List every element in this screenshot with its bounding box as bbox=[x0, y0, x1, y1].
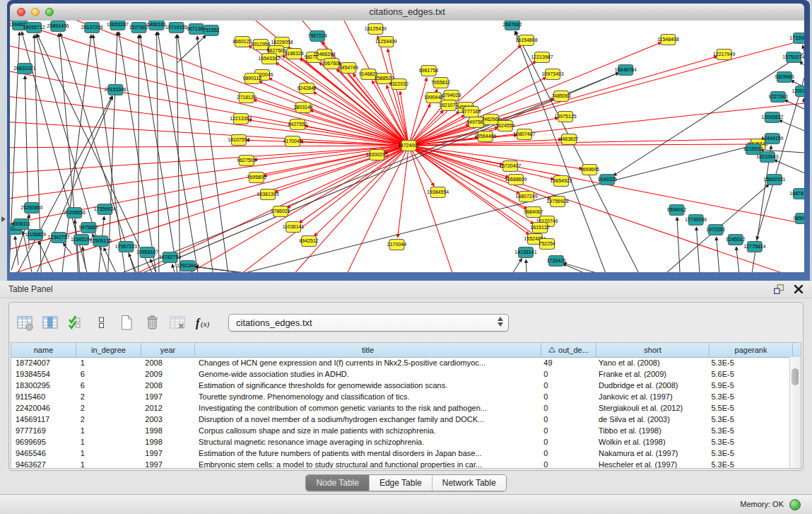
graph-edge[interactable] bbox=[717, 237, 720, 272]
graph-node[interactable]: 2687682 bbox=[502, 21, 522, 30]
column-header-out_de[interactable]: out_de... bbox=[541, 343, 596, 357]
graph-edge[interactable] bbox=[157, 32, 160, 272]
graph-node[interactable]: 9890112 bbox=[243, 74, 262, 84]
column-header-in_degree[interactable]: in_degree bbox=[76, 343, 141, 357]
graph-node[interactable]: 4170045 bbox=[283, 136, 302, 147]
toggle-rows-button[interactable] bbox=[91, 313, 110, 332]
graph-node[interactable]: 1990448 bbox=[424, 93, 443, 103]
delete-columns-button[interactable] bbox=[142, 313, 161, 332]
graph-node[interactable]: 6794028 bbox=[442, 90, 461, 101]
graph-edge[interactable] bbox=[274, 146, 408, 192]
graph-node[interactable]: 7695805 bbox=[247, 173, 266, 183]
tab-network-table[interactable]: Network Table bbox=[433, 475, 506, 491]
graph-node[interactable]: 7485063 bbox=[551, 91, 570, 102]
graph-node[interactable]: 9777169 bbox=[461, 107, 481, 117]
graph-node[interactable]: 9329966 bbox=[775, 72, 794, 83]
graph-edge[interactable] bbox=[10, 21, 409, 146]
graph-node[interactable]: 7957224 bbox=[308, 31, 327, 42]
graph-node[interactable]: 18381305 bbox=[257, 189, 278, 200]
graph-edge[interactable] bbox=[184, 146, 409, 272]
table-row[interactable]: 1456911722003Disruption of a novel membe… bbox=[11, 414, 790, 425]
graph-node[interactable]: 9699695 bbox=[580, 165, 599, 175]
graph-edge[interactable] bbox=[804, 98, 804, 192]
column-header-name[interactable]: name bbox=[11, 343, 76, 357]
graph-node[interactable]: 1733426 bbox=[546, 256, 565, 267]
graph-node[interactable]: 11254409 bbox=[375, 37, 397, 47]
graph-node[interactable]: 16154808 bbox=[515, 35, 537, 46]
tab-edge-table[interactable]: Edge Table bbox=[370, 475, 433, 491]
table-row[interactable]: 2242004622012Investigating the contribut… bbox=[11, 402, 790, 414]
graph-node[interactable]: 16648784 bbox=[615, 65, 637, 76]
graph-edge[interactable] bbox=[677, 217, 681, 272]
graph-node[interactable]: 9227343 bbox=[768, 92, 787, 103]
graph-node[interactable]: 752254 bbox=[539, 239, 555, 250]
graph-node[interactable]: 17330046 bbox=[789, 33, 804, 44]
graph-node[interactable]: 20153346 bbox=[105, 85, 126, 95]
new-column-button[interactable] bbox=[117, 313, 136, 332]
graph-edge[interactable] bbox=[177, 35, 220, 272]
graph-node[interactable]: 20564486 bbox=[474, 132, 496, 142]
graph-node[interactable]: 18300295 bbox=[366, 150, 388, 160]
graph-node[interactable]: 3624554 bbox=[495, 121, 514, 132]
graph-node[interactable]: 6466161 bbox=[147, 21, 166, 30]
graph-node[interactable]: 1972351 bbox=[706, 225, 725, 235]
graph-node[interactable]: 14055712 bbox=[23, 23, 45, 33]
graph-edge[interactable] bbox=[248, 120, 409, 146]
graph-node[interactable]: 13975125 bbox=[554, 112, 576, 122]
table-row[interactable]: 911546021997Tourette syndrome. Phenomeno… bbox=[11, 391, 790, 402]
graph-edge[interactable] bbox=[119, 32, 163, 272]
graph-node[interactable]: 12093832 bbox=[761, 112, 783, 123]
memory-status-led-icon[interactable] bbox=[789, 499, 801, 510]
graph-edge[interactable] bbox=[313, 92, 409, 146]
graph-edge[interactable] bbox=[779, 120, 804, 135]
graph-node[interactable]: 9594012 bbox=[667, 205, 686, 216]
graph-node[interactable]: 9242848 bbox=[297, 83, 316, 94]
graph-node[interactable]: 9850412 bbox=[793, 214, 804, 224]
graph-edge[interactable] bbox=[526, 259, 528, 272]
table-row[interactable]: 946554611997Estimation of the future num… bbox=[11, 448, 790, 459]
show-columns-button[interactable] bbox=[40, 313, 59, 332]
graph-edge[interactable] bbox=[10, 91, 409, 146]
column-header-short[interactable]: short bbox=[596, 343, 710, 357]
graph-node[interactable]: 12213363 bbox=[230, 114, 252, 124]
graph-node[interactable]: 8186328 bbox=[284, 49, 303, 59]
graph-edge[interactable] bbox=[158, 32, 206, 272]
graph-node[interactable]: 12775814 bbox=[743, 242, 765, 252]
graph-edge[interactable] bbox=[106, 32, 117, 272]
close-panel-icon[interactable] bbox=[792, 283, 805, 296]
graph-node[interactable]: 9627509 bbox=[237, 156, 256, 166]
graph-node[interactable]: 8508111 bbox=[12, 219, 30, 230]
graph-edge[interactable] bbox=[696, 227, 700, 272]
graph-node[interactable]: 12444159 bbox=[761, 134, 783, 144]
table-row[interactable]: 969969511998Structural magnetic resonanc… bbox=[11, 436, 790, 448]
graph-node[interactable]: 15720407 bbox=[499, 161, 521, 172]
column-header-pagerank[interactable]: pagerank bbox=[710, 343, 793, 357]
graph-node[interactable]: 2170044 bbox=[387, 240, 406, 250]
graph-edge[interactable] bbox=[177, 35, 206, 63]
graph-node[interactable]: 9684067 bbox=[524, 207, 543, 218]
graph-node[interactable]: 20891406 bbox=[47, 21, 69, 32]
graph-node[interactable]: 9245012 bbox=[726, 235, 745, 245]
graph-node[interactable]: 17359924 bbox=[94, 204, 116, 215]
graph-node[interactable]: 1640335 bbox=[598, 175, 617, 185]
graph-node[interactable]: 11036141 bbox=[283, 222, 305, 233]
graph-node[interactable]: 12217949 bbox=[713, 49, 735, 60]
graph-node[interactable]: 8427552 bbox=[288, 119, 307, 130]
graph-node[interactable]: 8322032 bbox=[389, 79, 408, 90]
graph-node[interactable]: 2718120 bbox=[237, 93, 256, 103]
graph-node[interactable]: 12003581 bbox=[792, 86, 804, 97]
graph-node[interactable]: 18125439 bbox=[365, 24, 387, 35]
table-row[interactable]: 1938455462009Genome-wide association stu… bbox=[11, 368, 790, 380]
graph-node[interactable]: 10973493 bbox=[541, 69, 563, 80]
graph-node[interactable]: 15692931 bbox=[763, 175, 785, 185]
graph-edge[interactable] bbox=[326, 146, 408, 272]
scrollbar-thumb[interactable] bbox=[792, 368, 799, 385]
graph-node[interactable]: 12505135 bbox=[90, 236, 112, 247]
graph-edge[interactable] bbox=[138, 35, 139, 272]
graph-node[interactable]: 9786021 bbox=[271, 206, 290, 217]
graph-node[interactable]: 10653287 bbox=[107, 21, 129, 30]
graph-node[interactable]: 9463627 bbox=[559, 134, 578, 145]
graph-node[interactable]: 14136141 bbox=[514, 247, 536, 258]
graph-node[interactable]: 12213987 bbox=[531, 52, 553, 63]
graph-node[interactable]: 8942512 bbox=[299, 236, 318, 247]
